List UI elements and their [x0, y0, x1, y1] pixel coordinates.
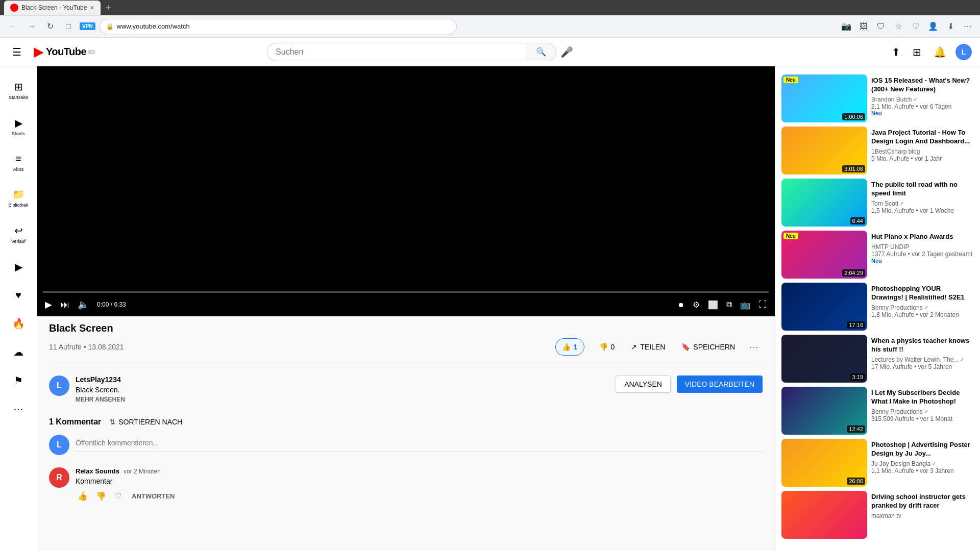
video-info-section: Black Screen 11 Aufrufe • 13.08.2021 👍 1: [37, 316, 775, 369]
save-button[interactable]: 🔖 SPEICHERN: [675, 339, 741, 355]
autoplay-button[interactable]: ⏺: [676, 299, 687, 311]
comments-header: 1 Kommentar ⇅ SORTIEREN NACH: [49, 417, 763, 427]
related-video-item[interactable]: Neu 2:04:29 Hut Plano x Plano Awards HMT…: [781, 231, 974, 279]
more-actions-button[interactable]: ⋯: [745, 337, 763, 357]
related-video-item[interactable]: 12:42 I Let My Subscribers Decide What I…: [781, 387, 974, 435]
like-button[interactable]: 👍 1: [555, 338, 584, 356]
related-stats: 1377 Aufrufe • vor 2 Tagen gestreamt: [871, 251, 974, 258]
forward-button[interactable]: →: [24, 19, 39, 34]
comment-like-button[interactable]: 👍: [76, 489, 90, 503]
comment-author: Relax Sounds: [76, 467, 119, 475]
theater-button[interactable]: ⬜: [706, 298, 720, 312]
youtube-app: ☰ ▶ YouTube EO 🔍 🎤 ⬆ ⊞ 🔔 L ⊞ Startseite …: [0, 38, 980, 551]
videos-icon: ▶: [15, 261, 22, 273]
related-video-item[interactable]: Driving school instructor gets pranked b…: [781, 491, 974, 539]
home-button[interactable]: □: [61, 19, 76, 34]
youtube-logo[interactable]: ▶ YouTube EO: [34, 44, 95, 60]
search-button[interactable]: 🔍: [526, 43, 556, 61]
mute-button[interactable]: 🔈: [76, 297, 91, 312]
related-stats: 5 Mio. Aufrufe • vor 1 Jahr: [871, 155, 974, 162]
play-button[interactable]: ▶: [43, 297, 54, 312]
related-stats: 1,8 Mio. Aufrufe • vor 2 Monaten: [871, 311, 974, 318]
settings-button[interactable]: ⚙: [691, 298, 702, 312]
verified-icon: ✓: [900, 201, 904, 206]
sidebar-item-explore[interactable]: 🔥: [1, 311, 36, 336]
total-time: 6:33: [114, 301, 126, 308]
channel-avatar[interactable]: L: [49, 375, 69, 396]
video-player[interactable]: [37, 66, 775, 316]
sidebar-item-subscriptions[interactable]: ≡ Abos: [1, 147, 36, 179]
related-title: I Let My Subscribers Decide What I Make …: [871, 389, 974, 406]
sidebar-item-library[interactable]: 📁 Bibliothek: [1, 182, 36, 214]
sidebar-item-cloud[interactable]: ☁: [1, 340, 36, 364]
next-button[interactable]: ⏭: [58, 297, 71, 312]
video-duration: 6:44: [850, 217, 865, 224]
related-stats: 2,1 Mio. Aufrufe • vor 6 Tagen: [871, 103, 974, 110]
related-video-item[interactable]: Neu 1:00:06 iOS 15 Released - What's New…: [781, 74, 974, 122]
related-info: iOS 15 Released - What's New? (300+ New …: [871, 74, 974, 122]
sort-label: SORTIEREN NACH: [118, 418, 182, 426]
sidebar-item-flag[interactable]: ⚑: [1, 368, 36, 393]
show-more-button[interactable]: MEHR ANSEHEN: [76, 396, 609, 403]
related-video-item[interactable]: 3:19 When a physics teacher knows his st…: [781, 335, 974, 383]
notifications-icon[interactable]: 🔔: [930, 43, 949, 61]
channel-name[interactable]: LetsPlay1234: [76, 375, 609, 384]
related-stats: 1,5 Mio. Aufrufe • vor 1 Woche: [871, 207, 974, 214]
comments-count: 1 Kommentar: [49, 417, 101, 427]
miniplayer-button[interactable]: ⧉: [724, 298, 734, 311]
reply-button[interactable]: ANTWORTEN: [128, 490, 179, 502]
tab-close-button[interactable]: ✕: [90, 5, 94, 11]
analytics-button[interactable]: ANALYSEN: [616, 375, 671, 393]
related-video-item[interactable]: 6:44 The public toll road with no speed …: [781, 179, 974, 227]
verified-icon: ✓: [913, 96, 917, 102]
search-input[interactable]: [267, 43, 526, 61]
youtube-topbar: ☰ ▶ YouTube EO 🔍 🎤 ⬆ ⊞ 🔔 L: [0, 38, 980, 66]
reload-button[interactable]: ↻: [43, 19, 57, 34]
address-bar[interactable]: 🔒 www.youtube.com/watch: [100, 19, 457, 34]
vpn-icon[interactable]: 🛡: [875, 20, 887, 33]
upload-icon[interactable]: ⬆: [889, 43, 903, 61]
related-channel: 1BestCsharp blog: [871, 148, 974, 155]
explore-icon: 🔥: [12, 317, 25, 330]
sidebar-item-liked[interactable]: ♥: [1, 283, 36, 307]
sidebar-item-home[interactable]: ⊞ Startseite: [1, 74, 36, 107]
channel-section: L LetsPlay1234 Black Screen. MEHR ANSEHE…: [37, 369, 775, 409]
sidebar-item-more[interactable]: ⋯: [1, 397, 36, 421]
video-player-container: ▶ ⏭ 🔈 0:00 / 6:33 ⏺ ⚙ ⬜: [37, 66, 775, 316]
hamburger-menu-icon[interactable]: ☰: [8, 42, 26, 62]
comment-input[interactable]: [76, 435, 763, 452]
profile-icon[interactable]: 👤: [927, 20, 939, 33]
channel-action-buttons: ANALYSEN VIDEO BEARBEITEN: [616, 375, 763, 393]
extensions-icon[interactable]: ⋯: [962, 20, 974, 33]
related-video-item[interactable]: 17:16 Photoshopping YOUR Drawings! | Rea…: [781, 283, 974, 331]
voice-search-button[interactable]: 🎤: [560, 46, 573, 58]
sidebar-item-history[interactable]: ↩ Verlauf: [1, 218, 36, 251]
cast-button[interactable]: 📺: [738, 298, 752, 312]
back-button[interactable]: ←: [6, 19, 20, 34]
comment-heart-button[interactable]: ♡: [112, 489, 124, 503]
download-icon[interactable]: ⬇: [944, 20, 957, 33]
dislike-button[interactable]: 👎 0: [593, 339, 621, 355]
related-video-item[interactable]: 26:06 Photoshop | Advertising Poster Des…: [781, 439, 974, 487]
sidebar-shorts-label: Shorts: [12, 131, 25, 137]
bookmark-icon[interactable]: ☆: [892, 20, 904, 33]
save-label: SPEICHERN: [693, 343, 735, 351]
fullscreen-button[interactable]: ⛶: [756, 298, 769, 311]
related-thumb-2: 6:44: [781, 179, 867, 227]
edit-video-button[interactable]: VIDEO BEARBEITEN: [677, 375, 763, 393]
vpn-badge: VPN: [80, 22, 95, 30]
progress-bar[interactable]: [43, 291, 769, 293]
comment-dislike-button[interactable]: 👎: [94, 489, 108, 503]
sidebar-item-shorts[interactable]: ▶ Shorts: [1, 111, 36, 143]
sidebar-item-videos[interactable]: ▶: [1, 255, 36, 279]
browser-tab[interactable]: Black Screen - YouTube ✕: [4, 1, 101, 15]
heart-icon[interactable]: ♡: [910, 20, 922, 33]
share-button[interactable]: ↗ TEILEN: [625, 339, 671, 355]
cast-icon[interactable]: 📷: [840, 20, 852, 33]
user-avatar[interactable]: L: [955, 44, 972, 60]
screenshot-icon[interactable]: 🖼: [857, 20, 870, 33]
sort-button[interactable]: ⇅ SORTIEREN NACH: [109, 418, 182, 426]
new-tab-button[interactable]: +: [106, 3, 111, 13]
apps-icon[interactable]: ⊞: [910, 43, 924, 61]
related-video-item[interactable]: 3:01:06 Java Project Tutorial - How To D…: [781, 127, 974, 174]
